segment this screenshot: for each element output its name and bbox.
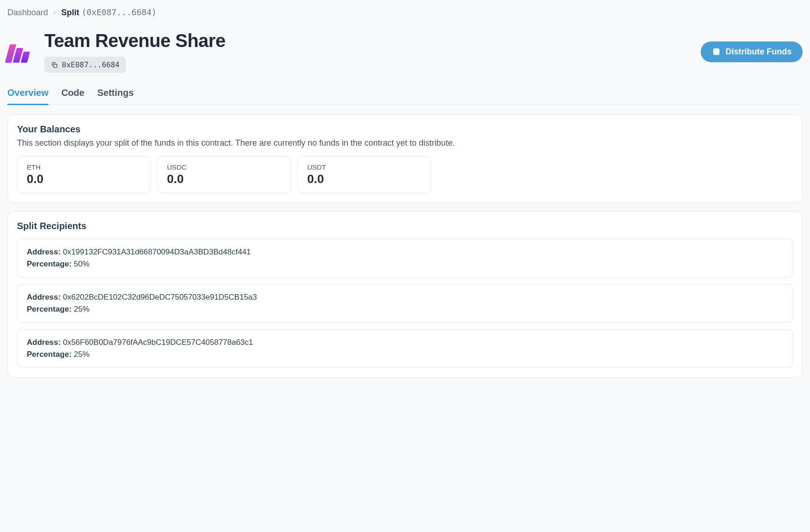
recipient-percentage-value: 25%	[74, 350, 89, 359]
header-left: Team Revenue Share 0xE087...6684	[7, 30, 226, 73]
recipient-address-value: 0x6202BcDE102C32d96DeDC75057033e91D5CB15…	[63, 293, 257, 301]
breadcrumb: Dashboard › Split (0xE087...6684)	[7, 7, 803, 18]
distribute-funds-label: Distribute Funds	[726, 47, 792, 57]
recipient-row: Address: 0x6202BcDE102C32d96DeDC75057033…	[17, 284, 793, 323]
address-chip-text: 0xE087...6684	[62, 60, 119, 69]
title-stack: Team Revenue Share 0xE087...6684	[44, 30, 226, 73]
tab-overview[interactable]: Overview	[7, 84, 48, 105]
balance-box-eth: ETH 0.0	[17, 156, 151, 193]
balance-value: 0.0	[167, 172, 281, 186]
svg-rect-0	[54, 64, 57, 67]
balances-card: Your Balances This section displays your…	[7, 114, 803, 203]
tab-code[interactable]: Code	[61, 84, 84, 105]
breadcrumb-current: Split	[61, 8, 79, 17]
recipient-percentage-value: 50%	[74, 260, 89, 268]
recipient-address-label: Address:	[27, 293, 61, 301]
tabs: Overview Code Settings	[7, 84, 803, 105]
page-title: Team Revenue Share	[44, 30, 226, 51]
coins-icon	[712, 47, 721, 56]
balance-value: 0.0	[27, 172, 141, 186]
recipient-row: Address: 0x56F60B0Da7976fAAc9bC19DCE57C4…	[17, 329, 793, 368]
balances-row: ETH 0.0 USDC 0.0 USDT 0.0	[17, 156, 793, 193]
distribute-funds-button[interactable]: Distribute Funds	[701, 41, 803, 62]
contract-logo-icon	[7, 41, 35, 63]
chevron-right-icon: ›	[54, 9, 56, 16]
recipient-address-label: Address:	[27, 338, 61, 347]
breadcrumb-current-wrap: Split (0xE087...6684)	[61, 7, 157, 18]
recipient-address-label: Address:	[27, 248, 61, 256]
recipient-percentage-value: 25%	[74, 305, 89, 313]
recipient-address-value: 0x56F60B0Da7976fAAc9bC19DCE57C4058778a63…	[63, 338, 253, 347]
tab-settings[interactable]: Settings	[97, 84, 134, 105]
balance-label: ETH	[27, 163, 141, 171]
balance-value: 0.0	[307, 172, 422, 186]
balance-label: USDT	[307, 163, 422, 171]
recipients-card: Split Recipients Address: 0x199132FC931A…	[7, 211, 803, 378]
copy-icon	[51, 61, 58, 69]
page-header: Team Revenue Share 0xE087...6684 Distrib…	[7, 30, 803, 73]
breadcrumb-root[interactable]: Dashboard	[7, 8, 48, 18]
balance-box-usdc: USDC 0.0	[157, 156, 291, 193]
recipient-percentage-label: Percentage:	[27, 305, 71, 313]
breadcrumb-current-hash: (0xE087...6684)	[82, 7, 157, 17]
balances-subtitle: This section displays your split of the …	[17, 138, 793, 148]
balance-label: USDC	[167, 163, 281, 171]
recipient-row: Address: 0x199132FC931A31d66870094D3aA3B…	[17, 239, 793, 278]
recipient-percentage-label: Percentage:	[27, 260, 71, 268]
balances-title: Your Balances	[17, 124, 793, 135]
recipient-address-value: 0x199132FC931A31d66870094D3aA3BD3Bd48cf4…	[63, 248, 250, 256]
address-chip[interactable]: 0xE087...6684	[44, 57, 126, 73]
recipient-percentage-label: Percentage:	[27, 350, 71, 359]
balance-box-usdt: USDT 0.0	[298, 156, 431, 193]
recipients-title: Split Recipients	[17, 221, 793, 231]
